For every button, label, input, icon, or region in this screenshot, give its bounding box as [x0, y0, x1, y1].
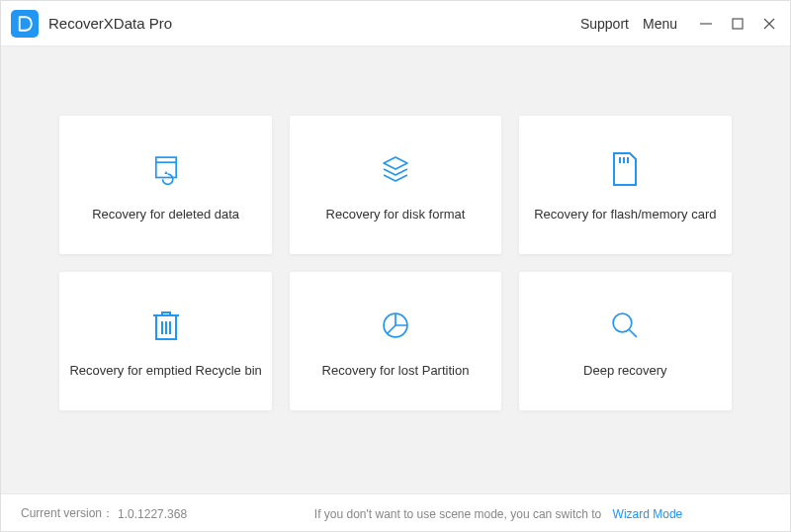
card-label: Deep recovery [583, 363, 667, 378]
card-recovery-recyclebin[interactable]: Recovery for emptied Recycle bin [59, 272, 271, 410]
svg-rect-4 [155, 157, 175, 177]
card-recovery-flash[interactable]: Recovery for flash/memory card [519, 116, 731, 254]
card-label: Recovery for disk format [326, 207, 466, 222]
card-deep-recovery[interactable]: Deep recovery [519, 272, 731, 410]
logo-d-icon [16, 15, 34, 33]
close-button[interactable] [762, 17, 776, 31]
version-label: Current version： [21, 505, 114, 522]
sd-card-icon [610, 149, 640, 189]
maximize-icon [732, 18, 744, 30]
window-controls [699, 17, 776, 31]
restore-file-icon [149, 149, 183, 189]
layers-icon [379, 149, 412, 189]
wizard-mode-link[interactable]: Wizard Mode [613, 507, 683, 521]
card-recovery-format[interactable]: Recovery for disk format [290, 116, 501, 254]
svg-marker-6 [384, 157, 407, 169]
card-label: Recovery for deleted data [92, 207, 239, 222]
svg-point-15 [613, 313, 632, 332]
main-content: Recovery for deleted data Recovery for d… [1, 46, 790, 493]
footer-hint-text: If you don't want to use scene mode, you… [314, 507, 601, 521]
card-recovery-deleted[interactable]: Recovery for deleted data [59, 116, 271, 254]
card-recovery-partition[interactable]: Recovery for lost Partition [290, 272, 501, 410]
version-value: 1.0.1227.368 [118, 507, 187, 521]
partition-icon [379, 306, 412, 345]
support-link[interactable]: Support [580, 16, 629, 32]
svg-line-16 [630, 329, 638, 337]
footer-bar: Current version： 1.0.1227.368 If you don… [1, 493, 790, 532]
title-bar: RecoverXData Pro Support Menu [1, 1, 790, 46]
minimize-button[interactable] [699, 17, 713, 31]
magnify-icon [608, 306, 642, 345]
footer-hint: If you don't want to use scene mode, you… [187, 507, 770, 521]
card-label: Recovery for flash/memory card [534, 207, 716, 222]
app-logo [11, 10, 39, 38]
menu-link[interactable]: Menu [643, 16, 677, 32]
trash-icon [150, 306, 182, 345]
close-icon [762, 17, 776, 31]
card-label: Recovery for lost Partition [322, 363, 470, 378]
svg-rect-1 [733, 19, 743, 29]
minimize-icon [699, 17, 713, 31]
recovery-options-grid: Recovery for deleted data Recovery for d… [59, 116, 731, 410]
app-title: RecoverXData Pro [48, 15, 172, 32]
maximize-button[interactable] [731, 17, 745, 31]
card-label: Recovery for emptied Recycle bin [69, 363, 261, 378]
